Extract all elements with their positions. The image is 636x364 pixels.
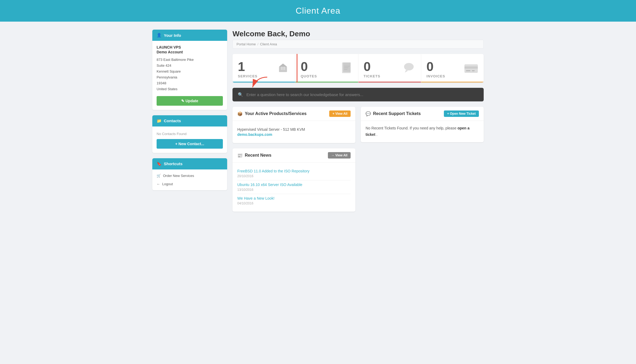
support-tickets-title: 💬 Recent Support Tickets xyxy=(366,111,421,116)
svg-marker-1 xyxy=(279,64,287,67)
recent-news-panel: 📰 Recent News → View All FreeBSD 11.0 Ad… xyxy=(232,148,355,212)
active-services-header: 📦 Your Active Products/Services + View A… xyxy=(232,107,355,121)
svg-marker-10 xyxy=(405,70,408,73)
news-icon: 📰 xyxy=(237,153,243,158)
order-services-label: Order New Services xyxy=(163,174,194,178)
cart-icon: 🛒 xyxy=(157,174,161,178)
services-panel-icon: 📦 xyxy=(237,111,243,116)
news-item-1: Ubuntu 16.10 x64 Server ISO Available 13… xyxy=(237,180,351,194)
quotes-doc-icon xyxy=(341,61,353,77)
services-box-icon xyxy=(276,61,290,77)
service-domain[interactable]: demo.backups.com xyxy=(237,132,272,137)
active-services-panel: 📦 Your Active Products/Services + View A… xyxy=(232,107,355,143)
support-tickets-panel: 💬 Recent Support Tickets + Open New Tick… xyxy=(361,107,484,142)
header-title: Client Area xyxy=(0,6,636,16)
panels-row: 📦 Your Active Products/Services + View A… xyxy=(232,107,484,212)
address-line6: United States xyxy=(157,86,223,92)
breadcrumb-client-area: Client Area xyxy=(260,42,277,46)
logout-icon: ← xyxy=(157,182,160,186)
new-contact-button[interactable]: + New Contact... xyxy=(157,139,223,149)
recent-news-header: 📰 Recent News → View All xyxy=(232,148,355,163)
stat-tickets[interactable]: 0 TICKETS xyxy=(358,54,421,82)
search-bar: 🔍 xyxy=(232,88,484,101)
contacts-icon: 📁 xyxy=(157,118,162,123)
no-tickets-text: No Recent Tickets Found. If you need any… xyxy=(366,126,457,130)
stat-quotes-left: 0 QUOTES xyxy=(301,60,317,78)
shortcut-order-services[interactable]: 🛒 Order New Services xyxy=(152,172,227,180)
search-input[interactable] xyxy=(246,92,478,97)
service-name: Hypervised Virtual Server - 512 MB KVM xyxy=(237,127,351,132)
stat-services[interactable]: 1 SERVICES xyxy=(232,54,295,82)
no-tickets-message: No Recent Tickets Found. If you need any… xyxy=(366,125,479,138)
stat-tickets-left: 0 TICKETS xyxy=(364,60,381,78)
support-tickets-title-text: Recent Support Tickets xyxy=(373,111,421,116)
news-title-1[interactable]: Ubuntu 16.10 x64 Server ISO Available xyxy=(237,183,351,187)
news-item-0: FreeBSD 11.0 Added to the ISO Repository… xyxy=(237,167,351,180)
service-item: Hypervised Virtual Server - 512 MB KVM d… xyxy=(237,125,351,139)
address-line1: 873 East Baltimore Pike xyxy=(157,57,223,63)
open-new-ticket-button[interactable]: + Open New Ticket xyxy=(444,110,479,117)
update-button[interactable]: ✎ Update xyxy=(157,96,223,106)
account-name: Demo Account xyxy=(157,50,223,54)
stats-container: 1 SERVICES 0 QU xyxy=(232,54,484,82)
search-icon: 🔍 xyxy=(238,92,243,97)
stat-invoices[interactable]: 0 INVOICES xyxy=(421,54,484,82)
news-item-2: We Have a New Look! 04/10/2016 xyxy=(237,194,351,207)
breadcrumb-separator: / xyxy=(257,42,258,46)
your-info-body: LAUNCH VPS Demo Account 873 East Baltimo… xyxy=(152,41,227,110)
address-line3: Kennett Square xyxy=(157,69,223,74)
news-date-1: 13/10/2016 xyxy=(237,188,253,192)
stats-row: 1 SERVICES 0 QU xyxy=(232,54,484,82)
shortcut-logout[interactable]: ← Logout xyxy=(152,180,227,188)
welcome-title: Welcome Back, Demo xyxy=(232,30,484,38)
svg-point-9 xyxy=(404,63,414,70)
stat-services-left: 1 SERVICES xyxy=(238,60,258,78)
stat-invoices-left: 0 INVOICES xyxy=(426,60,445,78)
svg-rect-12 xyxy=(464,66,478,69)
support-tickets-header: 💬 Recent Support Tickets + Open New Tick… xyxy=(361,107,484,121)
address-line4: Pennsylvania xyxy=(157,74,223,80)
your-info-card: 👤 Your Info LAUNCH VPS Demo Account 873 … xyxy=(152,30,227,110)
top-header: Client Area xyxy=(0,0,636,22)
main-container: 👤 Your Info LAUNCH VPS Demo Account 873 … xyxy=(144,30,492,212)
contacts-body: No Contacts Found + New Contact... xyxy=(152,126,227,153)
services-count: 1 xyxy=(238,60,258,73)
svg-rect-14 xyxy=(472,70,475,71)
tickets-chat-icon xyxy=(402,61,416,77)
company-name: LAUNCH VPS xyxy=(157,45,223,49)
quotes-count: 0 xyxy=(301,60,317,73)
main-content: Welcome Back, Demo Portal Home / Client … xyxy=(232,30,484,212)
address-line5: 19348 xyxy=(157,80,223,86)
tickets-count: 0 xyxy=(364,60,381,73)
news-title-2[interactable]: We Have a New Look! xyxy=(237,196,351,200)
sidebar: 👤 Your Info LAUNCH VPS Demo Account 873 … xyxy=(152,30,227,190)
invoices-card-icon xyxy=(464,63,478,76)
recent-news-title-text: Recent News xyxy=(245,153,272,158)
recent-news-body: FreeBSD 11.0 Added to the ISO Repository… xyxy=(232,163,355,212)
your-info-title: Your Info xyxy=(164,33,181,38)
breadcrumb-portal-home[interactable]: Portal Home xyxy=(236,42,256,46)
svg-rect-13 xyxy=(466,70,470,71)
shortcuts-icon: 🔖 xyxy=(157,161,162,166)
stat-quotes[interactable]: 0 QUOTES xyxy=(295,54,358,82)
contacts-title: Contacts xyxy=(164,118,181,123)
contacts-card: 📁 Contacts No Contacts Found + New Conta… xyxy=(152,115,227,153)
view-all-news-button[interactable]: → View All xyxy=(328,152,351,159)
left-panels: 📦 Your Active Products/Services + View A… xyxy=(232,107,355,212)
shortcuts-title: Shortcuts xyxy=(164,161,183,166)
services-label: SERVICES xyxy=(238,74,258,78)
no-contacts-text: No Contacts Found xyxy=(157,131,223,139)
svg-rect-5 xyxy=(343,62,351,72)
logout-label: Logout xyxy=(162,182,173,186)
shortcuts-header: 🔖 Shortcuts xyxy=(152,158,227,169)
news-title-0[interactable]: FreeBSD 11.0 Added to the ISO Repository xyxy=(237,169,351,173)
tickets-label: TICKETS xyxy=(364,74,381,78)
no-tickets-suffix: . xyxy=(376,132,377,137)
view-all-services-button[interactable]: + View All xyxy=(329,110,351,117)
active-services-title-text: Your Active Products/Services xyxy=(245,111,307,116)
your-info-header: 👤 Your Info xyxy=(152,30,227,41)
breadcrumb: Portal Home / Client Area xyxy=(232,40,484,49)
shortcuts-card: 🔖 Shortcuts 🛒 Order New Services ← Logou… xyxy=(152,158,227,190)
active-services-body: Hypervised Virtual Server - 512 MB KVM d… xyxy=(232,121,355,143)
tickets-panel-icon: 💬 xyxy=(366,111,371,116)
